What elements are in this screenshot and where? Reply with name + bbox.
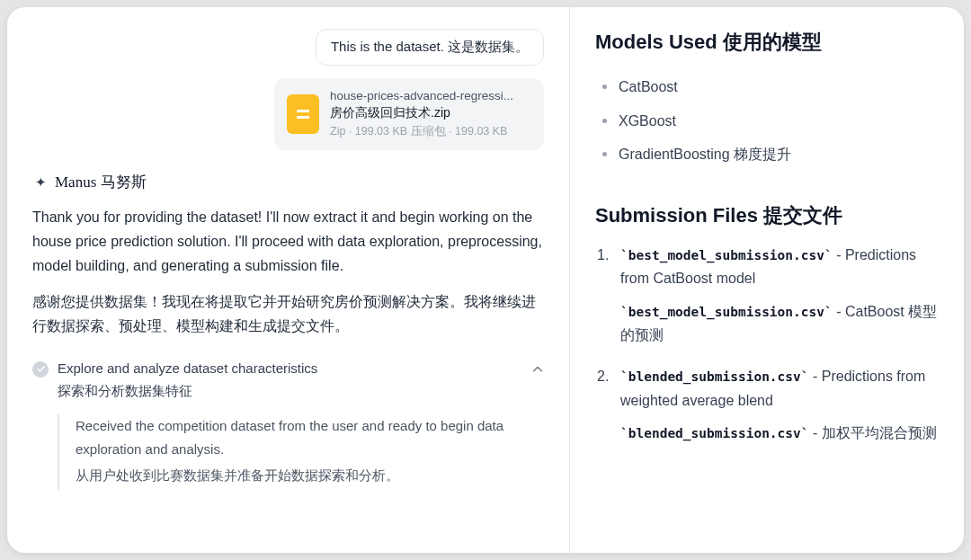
task-sub-en: Received the competition dataset from th… — [76, 414, 544, 460]
file-code: `blended_submission.csv` — [620, 426, 809, 440]
list-item: CatBoost — [599, 70, 939, 104]
manus-logo-icon: ✦ — [32, 174, 49, 191]
task-item[interactable]: Explore and analyze dataset characterist… — [32, 358, 544, 403]
task-sub-zh: 从用户处收到比赛数据集并准备开始数据探索和分析。 — [76, 464, 544, 487]
file-name-zh: 房价高级回归技术.zip — [330, 105, 530, 121]
assistant-text-zh: 感谢您提供数据集！我现在将提取它并开始研究房价预测解决方案。我将继续进行数据探索… — [32, 289, 544, 338]
assistant-text-en: Thank you for providing the dataset! I'l… — [32, 205, 544, 279]
models-list: CatBoost XGBoost GradientBoosting 梯度提升 — [595, 70, 939, 172]
app-window: This is the dataset. 这是数据集。 house-prices… — [7, 7, 964, 553]
submission-heading: Submission Files 提交文件 — [595, 202, 939, 229]
file-code: `blended_submission.csv` — [620, 369, 809, 384]
file-code: `best_model_submission.csv` — [620, 305, 833, 319]
user-message-text: This is the dataset. 这是数据集。 — [331, 39, 529, 54]
assistant-header: ✦ Manus 马努斯 — [32, 172, 544, 192]
chat-pane: This is the dataset. 这是数据集。 house-prices… — [7, 7, 569, 553]
user-message-bubble: This is the dataset. 这是数据集。 — [316, 29, 544, 66]
list-item: `best_model_submission.csv` - Prediction… — [597, 244, 939, 348]
task-title-en: Explore and analyze dataset characterist… — [58, 358, 317, 380]
zip-file-icon — [287, 94, 319, 134]
assistant-name: Manus 马努斯 — [55, 172, 147, 192]
file-name-en: house-prices-advanced-regressi... — [330, 89, 530, 102]
file-attachment-card[interactable]: house-prices-advanced-regressi... 房价高级回归… — [274, 78, 544, 150]
list-item: `blended_submission.csv` - Predictions f… — [597, 365, 939, 445]
file-meta: house-prices-advanced-regressi... 房价高级回归… — [330, 89, 530, 139]
list-item: GradientBoosting 梯度提升 — [599, 138, 939, 172]
list-item: XGBoost — [599, 104, 939, 138]
assistant-message: Thank you for providing the dataset! I'l… — [32, 205, 544, 349]
task-status-check-icon — [32, 361, 49, 378]
file-code: `best_model_submission.csv` — [620, 248, 833, 262]
chevron-up-icon[interactable] — [531, 363, 544, 379]
file-desc: - 加权平均混合预测 — [809, 425, 937, 440]
task-title-zh: 探索和分析数据集特征 — [58, 380, 317, 403]
task-substep: Received the competition dataset from th… — [58, 414, 544, 491]
models-heading: Models Used 使用的模型 — [595, 29, 939, 56]
task-title-block: Explore and analyze dataset characterist… — [58, 358, 317, 403]
file-size-meta: Zip · 199.03 KB 压缩包 · 199.03 KB — [330, 124, 530, 139]
submission-list: `best_model_submission.csv` - Prediction… — [595, 244, 939, 446]
info-pane: Models Used 使用的模型 CatBoost XGBoost Gradi… — [569, 7, 964, 553]
